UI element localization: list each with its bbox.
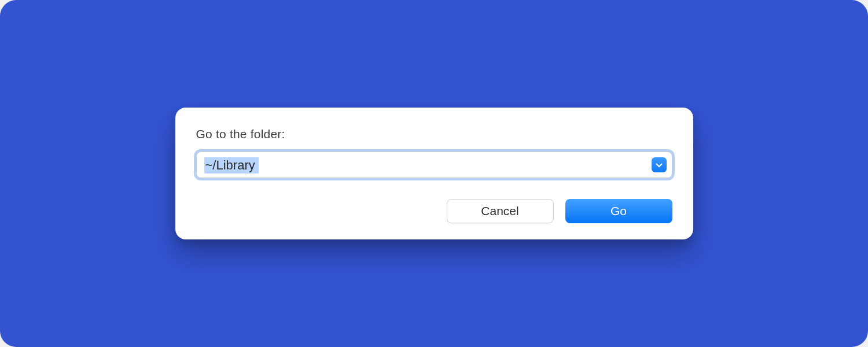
go-button[interactable]: Go — [565, 199, 672, 223]
backdrop: Go to the folder: ~/Library Cancel Go — [0, 0, 868, 347]
dialog-title: Go to the folder: — [196, 127, 672, 141]
text-selection — [204, 157, 259, 174]
dialog-buttons: Cancel Go — [196, 199, 672, 223]
path-input[interactable]: ~/Library — [196, 152, 672, 178]
path-input-value: ~/Library — [205, 158, 255, 173]
chevron-down-icon — [656, 161, 663, 169]
path-history-dropdown[interactable] — [652, 157, 667, 172]
path-input-wrapper: ~/Library — [196, 152, 672, 178]
go-to-folder-dialog: Go to the folder: ~/Library Cancel Go — [175, 108, 693, 239]
cancel-button[interactable]: Cancel — [447, 199, 554, 223]
